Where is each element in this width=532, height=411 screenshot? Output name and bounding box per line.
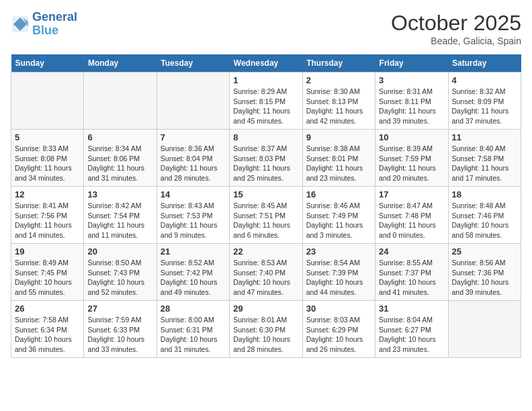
- calendar-week-row: 26Sunrise: 7:58 AM Sunset: 6:34 PM Dayli…: [11, 301, 521, 358]
- day-number: 17: [379, 189, 444, 199]
- day-info: Sunrise: 8:43 AM Sunset: 7:53 PM Dayligh…: [161, 201, 226, 240]
- location-subtitle: Beade, Galicia, Spain: [391, 36, 521, 46]
- day-number: 31: [379, 304, 444, 314]
- day-number: 19: [15, 246, 80, 257]
- day-info: Sunrise: 8:50 AM Sunset: 7:43 PM Dayligh…: [87, 258, 152, 298]
- calendar-day-cell: 22Sunrise: 8:53 AM Sunset: 7:40 PM Dayli…: [230, 244, 302, 301]
- calendar-day-cell: 1Sunrise: 8:29 AM Sunset: 8:15 PM Daylig…: [230, 73, 302, 130]
- calendar-day-cell: 23Sunrise: 8:54 AM Sunset: 7:39 PM Dayli…: [302, 244, 375, 301]
- day-number: 27: [87, 304, 152, 314]
- day-number: 16: [306, 189, 371, 199]
- day-info: Sunrise: 8:33 AM Sunset: 8:08 PM Dayligh…: [15, 144, 80, 183]
- logo-icon: [11, 15, 30, 34]
- calendar-week-row: 12Sunrise: 8:41 AM Sunset: 7:56 PM Dayli…: [11, 187, 521, 244]
- day-number: 13: [87, 189, 152, 199]
- day-number: 5: [15, 132, 80, 142]
- weekday-header: Tuesday: [157, 54, 229, 73]
- day-number: 7: [161, 132, 226, 142]
- calendar-day-cell: 28Sunrise: 8:00 AM Sunset: 6:31 PM Dayli…: [157, 301, 229, 358]
- day-info: Sunrise: 8:40 AM Sunset: 7:58 PM Dayligh…: [452, 144, 517, 183]
- day-number: 26: [15, 304, 80, 314]
- day-info: Sunrise: 8:56 AM Sunset: 7:36 PM Dayligh…: [452, 258, 517, 298]
- day-info: Sunrise: 8:04 AM Sunset: 6:27 PM Dayligh…: [379, 315, 444, 355]
- day-number: 22: [233, 246, 298, 257]
- day-info: Sunrise: 8:31 AM Sunset: 8:11 PM Dayligh…: [379, 87, 444, 126]
- day-info: Sunrise: 8:55 AM Sunset: 7:37 PM Dayligh…: [379, 258, 444, 298]
- day-number: 9: [306, 132, 371, 142]
- day-info: Sunrise: 8:42 AM Sunset: 7:54 PM Dayligh…: [87, 201, 152, 240]
- day-number: 21: [161, 246, 226, 257]
- day-info: Sunrise: 8:53 AM Sunset: 7:40 PM Dayligh…: [233, 258, 298, 298]
- day-info: Sunrise: 7:59 AM Sunset: 6:33 PM Dayligh…: [87, 315, 152, 355]
- day-info: Sunrise: 8:03 AM Sunset: 6:29 PM Dayligh…: [306, 315, 371, 355]
- day-info: Sunrise: 8:01 AM Sunset: 6:30 PM Dayligh…: [233, 315, 298, 355]
- day-number: 2: [306, 75, 371, 85]
- day-number: 3: [379, 75, 444, 85]
- day-number: 4: [452, 75, 517, 85]
- logo: General Blue: [11, 11, 77, 38]
- day-number: 6: [87, 132, 152, 142]
- day-number: 8: [233, 132, 298, 142]
- calendar-day-cell: 5Sunrise: 8:33 AM Sunset: 8:08 PM Daylig…: [11, 130, 84, 187]
- calendar-day-cell: [157, 73, 229, 130]
- day-info: Sunrise: 8:39 AM Sunset: 7:59 PM Dayligh…: [379, 144, 444, 183]
- calendar-week-row: 1Sunrise: 8:29 AM Sunset: 8:15 PM Daylig…: [11, 73, 521, 130]
- day-number: 14: [161, 189, 226, 199]
- calendar-day-cell: 13Sunrise: 8:42 AM Sunset: 7:54 PM Dayli…: [84, 187, 157, 244]
- day-info: Sunrise: 8:45 AM Sunset: 7:51 PM Dayligh…: [233, 201, 298, 240]
- calendar-day-cell: [84, 73, 157, 130]
- day-info: Sunrise: 8:37 AM Sunset: 8:03 PM Dayligh…: [233, 144, 298, 183]
- calendar-day-cell: 12Sunrise: 8:41 AM Sunset: 7:56 PM Dayli…: [11, 187, 84, 244]
- calendar-week-row: 5Sunrise: 8:33 AM Sunset: 8:08 PM Daylig…: [11, 130, 521, 187]
- day-number: 12: [15, 189, 80, 199]
- day-number: 15: [233, 189, 298, 199]
- calendar-day-cell: 19Sunrise: 8:49 AM Sunset: 7:45 PM Dayli…: [11, 244, 84, 301]
- day-number: 18: [452, 189, 517, 199]
- day-number: 23: [306, 246, 371, 257]
- weekday-header: Sunday: [11, 54, 84, 73]
- calendar-day-cell: 21Sunrise: 8:52 AM Sunset: 7:42 PM Dayli…: [157, 244, 229, 301]
- calendar-day-cell: 15Sunrise: 8:45 AM Sunset: 7:51 PM Dayli…: [230, 187, 302, 244]
- logo-text: General Blue: [32, 11, 77, 38]
- month-title: October 2025: [391, 11, 521, 36]
- day-info: Sunrise: 8:47 AM Sunset: 7:48 PM Dayligh…: [379, 201, 444, 240]
- day-number: 30: [306, 304, 371, 314]
- calendar-day-cell: 20Sunrise: 8:50 AM Sunset: 7:43 PM Dayli…: [84, 244, 157, 301]
- calendar-day-cell: 8Sunrise: 8:37 AM Sunset: 8:03 PM Daylig…: [230, 130, 302, 187]
- calendar-day-cell: 2Sunrise: 8:30 AM Sunset: 8:13 PM Daylig…: [302, 73, 375, 130]
- day-info: Sunrise: 8:52 AM Sunset: 7:42 PM Dayligh…: [161, 258, 226, 298]
- day-number: 10: [379, 132, 444, 142]
- calendar-day-cell: 26Sunrise: 7:58 AM Sunset: 6:34 PM Dayli…: [11, 301, 84, 358]
- calendar-day-cell: 18Sunrise: 8:48 AM Sunset: 7:46 PM Dayli…: [448, 187, 521, 244]
- day-info: Sunrise: 8:29 AM Sunset: 8:15 PM Dayligh…: [233, 87, 298, 126]
- calendar-table: SundayMondayTuesdayWednesdayThursdayFrid…: [11, 54, 521, 358]
- calendar-day-cell: [11, 73, 84, 130]
- day-number: 29: [233, 304, 298, 314]
- page-header: General Blue October 2025 Beade, Galicia…: [11, 11, 521, 46]
- calendar-day-cell: 3Sunrise: 8:31 AM Sunset: 8:11 PM Daylig…: [375, 73, 448, 130]
- calendar-day-cell: 31Sunrise: 8:04 AM Sunset: 6:27 PM Dayli…: [375, 301, 448, 358]
- day-number: 11: [452, 132, 517, 142]
- weekday-header-row: SundayMondayTuesdayWednesdayThursdayFrid…: [11, 54, 521, 73]
- calendar-day-cell: [448, 301, 521, 358]
- calendar-day-cell: 10Sunrise: 8:39 AM Sunset: 7:59 PM Dayli…: [375, 130, 448, 187]
- calendar-day-cell: 6Sunrise: 8:34 AM Sunset: 8:06 PM Daylig…: [84, 130, 157, 187]
- calendar-day-cell: 27Sunrise: 7:59 AM Sunset: 6:33 PM Dayli…: [84, 301, 157, 358]
- calendar-day-cell: 14Sunrise: 8:43 AM Sunset: 7:53 PM Dayli…: [157, 187, 229, 244]
- weekday-header: Wednesday: [230, 54, 302, 73]
- calendar-day-cell: 24Sunrise: 8:55 AM Sunset: 7:37 PM Dayli…: [375, 244, 448, 301]
- day-info: Sunrise: 8:46 AM Sunset: 7:49 PM Dayligh…: [306, 201, 371, 240]
- day-number: 28: [161, 304, 226, 314]
- day-info: Sunrise: 8:38 AM Sunset: 8:01 PM Dayligh…: [306, 144, 371, 183]
- calendar-day-cell: 11Sunrise: 8:40 AM Sunset: 7:58 PM Dayli…: [448, 130, 521, 187]
- day-info: Sunrise: 8:36 AM Sunset: 8:04 PM Dayligh…: [161, 144, 226, 183]
- weekday-header: Friday: [375, 54, 448, 73]
- day-info: Sunrise: 8:32 AM Sunset: 8:09 PM Dayligh…: [452, 87, 517, 126]
- calendar-day-cell: 25Sunrise: 8:56 AM Sunset: 7:36 PM Dayli…: [448, 244, 521, 301]
- day-number: 1: [233, 75, 298, 85]
- day-info: Sunrise: 8:00 AM Sunset: 6:31 PM Dayligh…: [161, 315, 226, 355]
- weekday-header: Thursday: [302, 54, 375, 73]
- day-number: 20: [87, 246, 152, 257]
- calendar-day-cell: 9Sunrise: 8:38 AM Sunset: 8:01 PM Daylig…: [302, 130, 375, 187]
- calendar-day-cell: 4Sunrise: 8:32 AM Sunset: 8:09 PM Daylig…: [448, 73, 521, 130]
